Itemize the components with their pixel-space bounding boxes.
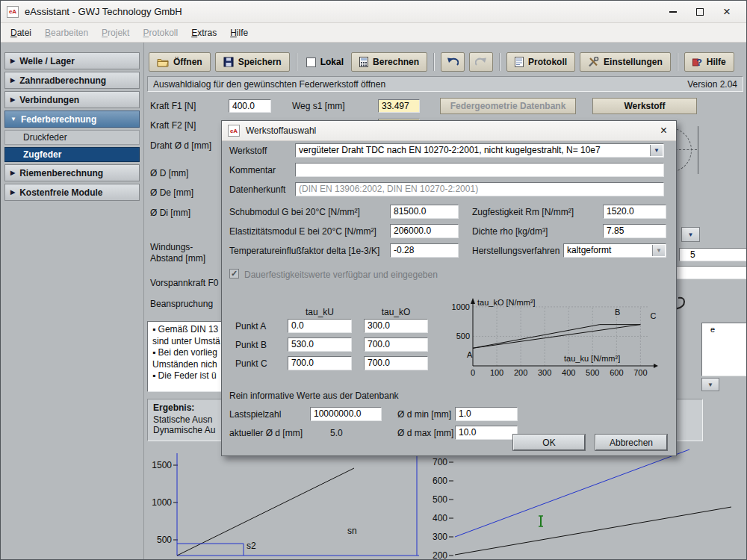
punkt-b-tau-ko-input[interactable]: 700.0 bbox=[364, 337, 428, 352]
dialog-close-button[interactable]: × bbox=[657, 124, 670, 137]
ok-button[interactable]: OK bbox=[513, 435, 585, 450]
dialog-title: Werkstoffauswahl bbox=[246, 125, 657, 136]
cancel-button[interactable]: Abbrechen bbox=[595, 435, 667, 450]
punkt-a-tau-ko-input[interactable]: 300.0 bbox=[364, 319, 428, 333]
dropdown-fragment[interactable]: ▼ bbox=[681, 227, 700, 242]
close-icon: × bbox=[723, 5, 731, 18]
maximize-button[interactable] bbox=[686, 3, 713, 21]
local-label: Lokal bbox=[320, 57, 344, 67]
sidebar-item-zahnradberechnung[interactable]: ▶Zahnradberechnung bbox=[4, 72, 140, 89]
toolbar-separator bbox=[296, 53, 297, 71]
punkt-a-tau-ku-input[interactable]: 0.0 bbox=[288, 319, 352, 333]
svg-text:400: 400 bbox=[562, 368, 575, 377]
sidebar-item-verbindungen[interactable]: ▶Verbindungen bbox=[4, 91, 140, 108]
body-area: ▶Welle / Lager ▶Zahnradberechnung ▶Verbi… bbox=[1, 43, 746, 559]
punkt-c-label: Punkt C bbox=[235, 358, 267, 369]
chevron-down-icon[interactable]: ▼ bbox=[650, 145, 663, 156]
menu-extras[interactable]: Extras bbox=[185, 25, 223, 41]
open-button[interactable]: Öffnen bbox=[149, 52, 211, 72]
d-max-label: Ø d max [mm] bbox=[397, 428, 453, 438]
beanspruchung-label: Beanspruchung bbox=[150, 299, 213, 309]
checkbox-icon[interactable] bbox=[306, 57, 316, 67]
werkstoff-select[interactable]: vergüteter Draht TDC nach EN 10270-2:200… bbox=[295, 143, 664, 158]
tempfaktor-label: Temperatureinflußfaktor delta [1e-3/K] bbox=[229, 246, 379, 256]
emodul-input[interactable]: 206000.0 bbox=[390, 224, 459, 238]
empty-field-fragment[interactable] bbox=[668, 266, 746, 279]
svg-text:400: 400 bbox=[433, 513, 447, 523]
svg-text:500: 500 bbox=[586, 368, 599, 377]
lastspielzahl-field[interactable]: 10000000.0 bbox=[310, 407, 382, 421]
sidebar-item-label: Federberechnung bbox=[21, 114, 96, 125]
dichte-input[interactable]: 7.85 bbox=[603, 224, 666, 238]
svg-text:C: C bbox=[650, 311, 656, 320]
sidebar-item-federberechnung[interactable]: ▼Federberechnung bbox=[4, 111, 140, 128]
punkt-c-tau-ku-input[interactable]: 700.0 bbox=[288, 356, 352, 370]
save-label: Speichern bbox=[238, 57, 282, 67]
sidebar-item-label: Riemenberechnung bbox=[19, 168, 103, 178]
herstellung-select[interactable]: kaltgeformt ▼ bbox=[563, 243, 666, 258]
settings-label: Einstellungen bbox=[604, 57, 663, 67]
svg-text:tau_kO [N/mm²]: tau_kO [N/mm²] bbox=[477, 298, 536, 307]
sidebar-item-welle-lager[interactable]: ▶Welle / Lager bbox=[4, 52, 140, 69]
save-button[interactable]: Speichern bbox=[215, 52, 290, 72]
punkt-c-tau-ko-input[interactable]: 700.0 bbox=[364, 356, 428, 370]
dichte-label: Dichte rho [kg/dm³] bbox=[472, 226, 548, 237]
durchmesser-di-label: Ø Di [mm] bbox=[150, 208, 190, 218]
dauerfestigkeit-checkbox[interactable]: ✓ bbox=[229, 269, 239, 279]
dropdown-fragment[interactable]: ▼ bbox=[701, 378, 719, 391]
dauerfestigkeit-checkbox-label: Dauerfestigkeitswerte verfügbar und eing… bbox=[244, 270, 438, 280]
spannungsverlauf-chart: 200300400500600700 bbox=[427, 449, 746, 559]
help-button[interactable]: ? Hilfe bbox=[684, 52, 734, 72]
calculate-button[interactable]: Berechnen bbox=[351, 52, 427, 72]
value-field-fragment[interactable]: 5 bbox=[679, 248, 746, 261]
herstellung-label: Herstellungsverfahren bbox=[472, 246, 560, 256]
sidebar-item-label: Kostenfreie Module bbox=[19, 187, 102, 198]
d-min-field[interactable]: 1.0 bbox=[455, 407, 518, 421]
local-checkbox[interactable]: Lokal bbox=[303, 57, 347, 67]
federgeometrie-datenbank-button[interactable]: Federgeometrie Datenbank bbox=[440, 98, 576, 114]
folder-open-icon bbox=[157, 57, 169, 67]
sidebar-item-druckfeder[interactable]: Druckfeder bbox=[4, 130, 140, 145]
sidebar-item-riemenberechnung[interactable]: ▶Riemenberechnung bbox=[4, 164, 140, 181]
tempfaktor-input[interactable]: -0.28 bbox=[390, 243, 459, 258]
kommentar-input[interactable] bbox=[295, 163, 664, 177]
chevron-right-icon: ▶ bbox=[10, 169, 15, 176]
redo-button[interactable] bbox=[469, 52, 493, 72]
menu-protokoll[interactable]: Protokoll bbox=[136, 25, 185, 41]
kraft-f1-input[interactable]: 400.0 bbox=[229, 99, 271, 113]
kommentar-label: Kommentar bbox=[229, 165, 276, 175]
menu-hilfe[interactable]: Hilfe bbox=[223, 25, 255, 41]
settings-button[interactable]: Einstellungen bbox=[580, 52, 671, 72]
protocol-label: Protokoll bbox=[528, 57, 567, 67]
sidebar-item-label: Zugfeder bbox=[23, 149, 61, 160]
window-titlebar[interactable]: eA eAssistant - GWJ Technology GmbH × bbox=[1, 1, 746, 23]
svg-text:tau_ku [N/mm²]: tau_ku [N/mm²] bbox=[564, 354, 620, 363]
menu-bearbeiten[interactable]: Bearbeiten bbox=[38, 25, 95, 41]
werkstoff-value: vergüteter Draht TDC nach EN 10270-2:200… bbox=[299, 145, 601, 155]
svg-text:sn: sn bbox=[347, 526, 357, 536]
toolbar-separator bbox=[499, 53, 500, 71]
menu-projekt[interactable]: Projekt bbox=[95, 25, 136, 41]
weg-s1-input[interactable]: 33.497 bbox=[378, 99, 420, 113]
sidebar-item-zugfeder[interactable]: Zugfeder bbox=[4, 147, 140, 162]
sidebar-item-label: Druckfeder bbox=[23, 132, 67, 143]
protocol-button[interactable]: Protokoll bbox=[506, 52, 575, 72]
app-window: eA eAssistant - GWJ Technology GmbH × Da… bbox=[0, 0, 747, 560]
help-label: Hilfe bbox=[707, 57, 726, 67]
werkstoff-button[interactable]: Werkstoff bbox=[592, 98, 697, 114]
document-icon bbox=[515, 57, 524, 67]
zugfestigkeit-input[interactable]: 1520.0 bbox=[603, 205, 666, 219]
d-max-field[interactable]: 10.0 bbox=[455, 426, 518, 440]
help-icon: ? bbox=[692, 57, 702, 67]
svg-text:500: 500 bbox=[157, 535, 172, 545]
minimize-button[interactable] bbox=[660, 3, 686, 21]
undo-button[interactable] bbox=[441, 52, 465, 72]
punkt-b-tau-ku-input[interactable]: 530.0 bbox=[288, 337, 352, 352]
dialog-titlebar[interactable]: eA Werkstoffauswahl × bbox=[222, 121, 676, 141]
schubmodul-input[interactable]: 81500.0 bbox=[390, 205, 459, 219]
svg-text:600: 600 bbox=[433, 476, 447, 486]
close-button[interactable]: × bbox=[713, 3, 740, 21]
sidebar-item-kostenfreie-module[interactable]: ▶Kostenfreie Module bbox=[4, 184, 140, 201]
statusbar: Auswahldialog für den gewünschten Federw… bbox=[147, 76, 743, 92]
menu-datei[interactable]: Datei bbox=[4, 25, 38, 41]
